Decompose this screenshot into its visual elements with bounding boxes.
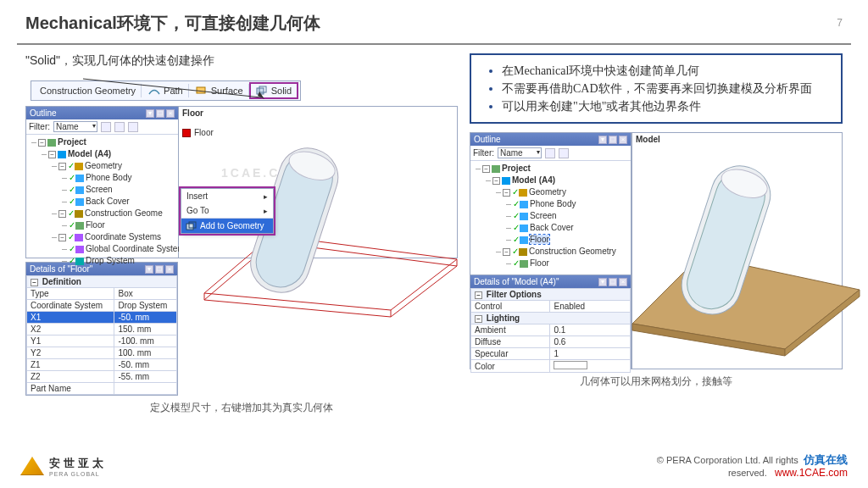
menu-insert[interactable]: Insert xyxy=(181,189,273,203)
brand-logo: 安世亚太 PERA GLOBAL xyxy=(20,456,107,477)
viewport-left[interactable]: Floor Floor 1CAE.COM xyxy=(179,107,457,258)
details-panel-right: Details of "Model (A4)" ▾□× − Filter Opt… xyxy=(470,274,631,373)
detail-row: Z2-55. mm xyxy=(27,371,177,383)
context-menu[interactable]: Insert Go To Add to Geometry xyxy=(181,188,274,234)
filter-select-right[interactable]: Name xyxy=(498,147,542,158)
filter-icon-r2[interactable] xyxy=(559,148,569,158)
filter-select[interactable]: Name xyxy=(53,121,97,132)
menu-goto[interactable]: Go To xyxy=(181,203,273,218)
detail-row: TypeBox xyxy=(27,288,177,300)
add-geometry-icon xyxy=(186,222,197,230)
solid-icon xyxy=(256,86,268,96)
callout-solid-label: "Solid"，实现几何体的快速创建操作 xyxy=(25,53,214,69)
page-number: 7 xyxy=(837,17,843,29)
outline-title-right: Outline ▾□× xyxy=(470,133,631,146)
page-title: Mechanical环境下，可直接创建几何体 xyxy=(25,14,320,32)
detail-row: ControlEnabled xyxy=(471,301,631,313)
site-cn: 仿真在线 xyxy=(804,453,848,466)
phone-wireframe-illustration xyxy=(170,115,467,352)
caption-right: 几何体可以用来网格划分，接触等 xyxy=(470,374,843,389)
outline-tree-right[interactable]: −Project −Model (A4) −✓Geometry ✓Phone B… xyxy=(470,161,631,273)
tree-node-floor-selected[interactable]: ✓Floor xyxy=(513,234,629,246)
svg-marker-5 xyxy=(204,236,457,310)
details-title-right: Details of "Model (A4)" ▾□× xyxy=(470,275,631,288)
logo-triangle-icon xyxy=(20,457,44,475)
outline-panel-left: Outline ▾□× Filter: Name −Project −Model… xyxy=(26,107,179,258)
phone-solid-illustration xyxy=(624,137,861,374)
detail-row: Ambient0.1 xyxy=(471,324,631,336)
btn-solid[interactable]: Solid xyxy=(251,84,297,97)
detail-row: Specular1 xyxy=(471,348,631,360)
filter-icon-2[interactable] xyxy=(114,122,125,132)
viewport-right[interactable]: Model xyxy=(632,133,842,369)
filter-icon-r1[interactable] xyxy=(545,148,555,158)
callout-arrow xyxy=(83,79,168,96)
detail-row: Color xyxy=(471,360,631,373)
detail-row: Y1-100. mm xyxy=(27,336,177,347)
detail-row: Z1-50. mm xyxy=(27,359,177,371)
outline-tree-left[interactable]: −Project −Model (A4) −✓Geometry ✓Phone B… xyxy=(26,135,178,270)
outline-panel-right: Outline ▾□× Filter: Name −Project −Model… xyxy=(470,133,632,369)
detail-row: Y2100. mm xyxy=(27,347,177,359)
expand-definition[interactable]: − xyxy=(31,279,38,286)
svg-marker-6 xyxy=(204,242,457,317)
detail-row: Part Name xyxy=(27,383,177,395)
footer-copyright: © PERA Corporation Ltd. All rights 仿真在线 … xyxy=(657,453,848,479)
detail-row: Coordinate SystemDrop System xyxy=(27,300,177,312)
svg-rect-2 xyxy=(197,87,205,93)
menu-add-to-geometry[interactable]: Add to Geometry xyxy=(181,219,273,233)
expand-filter-options[interactable]: − xyxy=(475,291,482,299)
filter-icon-3[interactable] xyxy=(128,122,138,132)
expand-lighting[interactable]: − xyxy=(475,315,482,323)
outline-filter[interactable]: Filter: Name xyxy=(26,119,178,135)
site-url: www.1CAE.com xyxy=(775,467,848,479)
caption-left: 定义模型尺寸，右键增加其为真实几何体 xyxy=(25,401,458,415)
detail-row: X2150. mm xyxy=(27,324,177,336)
details-panel-left: Details of "Floor" ▾□× − Definition Type… xyxy=(25,262,178,396)
outline-title: Outline ▾□× xyxy=(26,107,178,119)
detail-row-selected: X1-50. mm xyxy=(27,312,177,324)
outline-filter-right[interactable]: Filter: Name xyxy=(470,146,631,161)
detail-row: Diffuse0.6 xyxy=(471,336,631,348)
filter-icon-1[interactable] xyxy=(101,122,111,132)
feature-bullets: 在Mechanical环境中快速创建简单几何 不需要再借助CAD软件，不需要再来… xyxy=(470,53,843,124)
svg-rect-14 xyxy=(186,224,193,230)
